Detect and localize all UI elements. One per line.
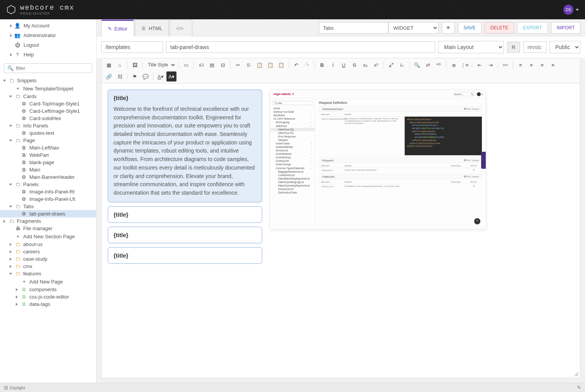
- delete-button[interactable]: DELETE: [485, 22, 514, 34]
- tree-tab-panel-draws[interactable]: ⚙tab-panel-draws: [0, 210, 96, 217]
- tree-cards[interactable]: 🗀Cards: [0, 93, 96, 100]
- align-center-icon[interactable]: ≡: [526, 60, 536, 70]
- tree-new-template[interactable]: ＋New Template/Snippet: [0, 84, 96, 93]
- user-menu-caret-icon[interactable]: [576, 9, 579, 11]
- spellcheck-icon[interactable]: ᴬᴮ: [434, 60, 444, 70]
- superscript-icon[interactable]: x²: [371, 60, 381, 70]
- sidebar-filter[interactable]: 🔍: [4, 63, 92, 73]
- template-icon[interactable]: ▦: [104, 60, 114, 70]
- cut-icon[interactable]: ✂: [233, 60, 243, 70]
- tree-fragments[interactable]: 🗀Fragments: [0, 217, 96, 225]
- paste-text-icon[interactable]: 📋: [265, 60, 275, 70]
- visibility-select[interactable]: Public: [549, 41, 580, 53]
- tree-tabs[interactable]: 🗀Tabs: [0, 203, 96, 210]
- comment-icon[interactable]: 💬: [141, 71, 151, 81]
- align-left-icon[interactable]: ≡: [515, 60, 526, 70]
- tree-img-rt[interactable]: ⚙Image-Info-Panel-Rt: [0, 188, 96, 195]
- resize-grip-icon[interactable]: [574, 372, 578, 376]
- tree-page[interactable]: 🗀Page: [0, 137, 96, 144]
- ol-icon[interactable]: ≣: [449, 60, 459, 70]
- tree-data-tags[interactable]: 🗎data-tags: [0, 300, 96, 308]
- link-icon[interactable]: 🔗: [104, 71, 114, 81]
- tree-case-study[interactable]: 🗀case-study: [0, 255, 96, 263]
- save-icon[interactable]: ⌂: [115, 60, 125, 70]
- align-justify-icon[interactable]: ≡: [548, 60, 558, 70]
- layout-select[interactable]: Main Layout: [438, 41, 504, 53]
- replace-icon[interactable]: ⇄: [423, 60, 433, 70]
- sidebar-item-logout[interactable]: ⏻ Logout: [0, 40, 96, 50]
- outdent-icon[interactable]: ⇤: [475, 60, 485, 70]
- tree-main-leftnav[interactable]: 🗎Main-LeftNav: [0, 144, 96, 151]
- tree-snippets[interactable]: 🗀Snippets: [0, 77, 96, 84]
- tree-panels[interactable]: 🗀Panels: [0, 181, 96, 188]
- image-icon[interactable]: 🖼: [130, 60, 140, 70]
- div-icon[interactable]: DIV: [500, 60, 510, 70]
- redo-icon[interactable]: ↷: [302, 60, 312, 70]
- tree-card-top[interactable]: ⚙Card-TopImage-Style1: [0, 100, 96, 107]
- tree-blank-page[interactable]: 🗎blank-page: [0, 159, 96, 166]
- subscript-icon[interactable]: x₂: [360, 60, 370, 70]
- save-button[interactable]: SAVE: [458, 22, 482, 34]
- preview-button[interactable]: 👁: [442, 22, 455, 34]
- filter-input[interactable]: [16, 65, 89, 71]
- tab-panel-1[interactable]: {title} Welcome to the forefront of tech…: [108, 90, 262, 202]
- strike-icon[interactable]: S: [349, 60, 359, 70]
- sidebar-item-account[interactable]: 👤 My Account: [0, 21, 96, 31]
- widget-select[interactable]: WIDGET: [388, 22, 439, 34]
- paste-word-icon[interactable]: 📋: [276, 60, 286, 70]
- ul-icon[interactable]: ⋮≡: [460, 60, 470, 70]
- tree-webpart[interactable]: 🗎WebPart: [0, 151, 96, 159]
- revision-input[interactable]: [523, 41, 546, 53]
- align-right-icon[interactable]: ≡: [537, 60, 547, 70]
- tree-img-lft[interactable]: ⚙Image-Info-Panel-Lft: [0, 195, 96, 203]
- tree-cmx[interactable]: 🗀cmx: [0, 263, 96, 270]
- tab-editor[interactable]: ✎ Editor: [101, 20, 134, 36]
- italic-icon[interactable]: I: [328, 60, 338, 70]
- indent-icon[interactable]: ⇥: [485, 60, 495, 70]
- tree-info-panels[interactable]: 🗀Info Panels: [0, 122, 96, 129]
- tree-components[interactable]: 🗎components: [0, 286, 96, 293]
- tree-card-left[interactable]: ⚙Card-LeftImage-Style1: [0, 107, 96, 115]
- tree-quotes[interactable]: ⚙quotes-text: [0, 129, 96, 137]
- title-style-select[interactable]: Title Style: [145, 61, 176, 69]
- text-color-icon[interactable]: A▾: [156, 71, 166, 81]
- path-input[interactable]: [101, 41, 163, 53]
- r-button[interactable]: R: [507, 42, 520, 53]
- unlink-icon[interactable]: ⛓: [115, 71, 125, 81]
- tree-main[interactable]: 🗎Main: [0, 166, 96, 173]
- sidebar-item-help[interactable]: ? Help: [0, 50, 96, 59]
- tree-card-hex[interactable]: ⚙Card-solidHex: [0, 115, 96, 122]
- find-icon[interactable]: 🔍: [412, 60, 422, 70]
- tab-code[interactable]: </>: [170, 20, 192, 36]
- clear-format-icon[interactable]: Iₓ: [397, 60, 407, 70]
- tree-features[interactable]: 🗀features: [0, 270, 96, 277]
- tab-panel-3[interactable]: {title}: [108, 227, 262, 243]
- highlight-icon[interactable]: 🖍: [386, 60, 396, 70]
- table-icon[interactable]: ▤: [207, 60, 217, 70]
- copy-icon[interactable]: ⎘: [244, 60, 254, 70]
- user-avatar[interactable]: DS: [563, 5, 573, 15]
- edit-footer-icon[interactable]: ✎: [577, 385, 581, 390]
- tree-add-page[interactable]: ＋Add New Page: [0, 277, 96, 286]
- tree-add-section[interactable]: ＋Add New Section Page: [0, 232, 96, 241]
- tree-careers[interactable]: 🗀careers: [0, 248, 96, 255]
- export-button[interactable]: EXPORT: [517, 22, 548, 34]
- tree-css-js[interactable]: 🗎css-js-code-editor: [0, 293, 96, 300]
- resource-name-field[interactable]: Tabs: [319, 22, 388, 34]
- tree-main-banner[interactable]: ⚙Main-BannerHeader: [0, 173, 96, 181]
- bg-color-icon[interactable]: A▾: [166, 71, 176, 81]
- name-input[interactable]: [166, 41, 435, 53]
- form-icon[interactable]: ▭: [181, 60, 191, 70]
- paste-icon[interactable]: 📋: [254, 60, 265, 70]
- tab-html[interactable]: 🗎 HTML: [135, 20, 169, 36]
- editor-canvas[interactable]: {title} Welcome to the forefront of tech…: [101, 83, 580, 378]
- tag-icon[interactable]: 🏷: [196, 60, 206, 70]
- sidebar-item-admin[interactable]: 👥 Admininstrator: [0, 31, 96, 40]
- tab-panel-2[interactable]: {title}: [108, 206, 262, 223]
- tab-panel-4[interactable]: {title}: [108, 247, 262, 264]
- tree-filemgr[interactable]: 🖶File manager: [0, 225, 96, 232]
- import-button[interactable]: IMPORT: [551, 22, 580, 34]
- undo-icon[interactable]: ↶: [291, 60, 301, 70]
- bold-icon[interactable]: B: [317, 60, 327, 70]
- flag-icon[interactable]: ⚑: [130, 71, 140, 81]
